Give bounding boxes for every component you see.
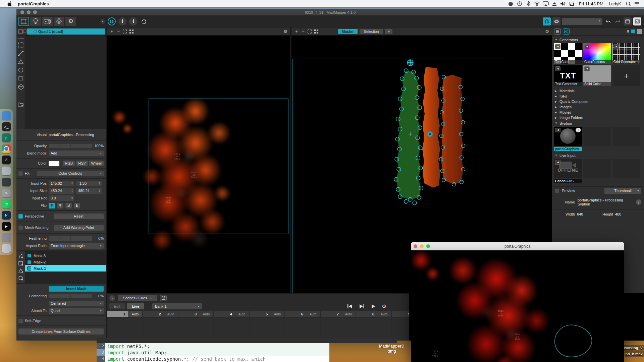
section-materials[interactable]: ▶Materials: [552, 88, 644, 94]
cue-column-6[interactable]: 6Auto: [285, 311, 320, 340]
surface-list-empty[interactable]: [25, 36, 106, 129]
add-folder-icon[interactable]: [18, 102, 24, 107]
dock-icon-trash[interactable]: [2, 244, 11, 253]
cue-header[interactable]: 9Auto: [392, 311, 409, 317]
volume-icon[interactable]: [559, 0, 568, 7]
flip-horizontal-button[interactable]: F: [57, 203, 63, 208]
add-circle-surface-icon[interactable]: [18, 67, 23, 73]
input-pane-settings-icon[interactable]: ⚙: [283, 29, 287, 34]
pane-divider[interactable]: [290, 27, 291, 293]
add-circle-mask-icon[interactable]: [18, 276, 23, 281]
cue-header[interactable]: 3Auto: [178, 311, 213, 317]
zoom-out-icon[interactable]: −: [301, 29, 306, 34]
back-icon[interactable]: ◀: [613, 44, 619, 49]
projector-tool-button[interactable]: [42, 17, 53, 26]
live-input-tile[interactable]: OFFLINE ◀: [554, 159, 582, 178]
code-editor-window[interactable]: 2import netP5.*;3import java.util.Map;4i…: [97, 343, 329, 362]
menubar-clock[interactable]: Fri 11:43 PM: [576, 1, 606, 6]
edit-mode-button[interactable]: Edit: [109, 303, 125, 309]
replay-button[interactable]: [140, 17, 148, 25]
flip-both-button[interactable]: F: [65, 203, 72, 208]
cue-auto-mode[interactable]: Auto: [128, 311, 142, 317]
back-icon[interactable]: ◀: [555, 160, 560, 165]
fit-view-icon[interactable]: [308, 29, 312, 34]
cue-auto-mode[interactable]: Auto: [164, 311, 178, 317]
time-machine-icon[interactable]: [515, 0, 524, 7]
tab-add[interactable]: +: [385, 29, 392, 34]
dock-icon-chrome[interactable]: [2, 144, 11, 153]
back-icon[interactable]: ◀: [555, 44, 560, 49]
color-mode-rgb-button[interactable]: RGB: [63, 161, 75, 166]
active-app-menu[interactable]: portalGraphics: [18, 1, 49, 6]
section-movies[interactable]: ▶Movies: [552, 110, 644, 115]
spotlight-search-icon[interactable]: [624, 0, 633, 7]
panel-resize-handle[interactable]: [18, 37, 24, 39]
media-thumb-view-icon[interactable]: [563, 28, 570, 35]
live-input-label[interactable]: Canon EOS: [554, 179, 582, 183]
app-status-icon[interactable]: [506, 0, 515, 7]
back-icon[interactable]: ◀: [555, 66, 560, 71]
dock-icon-player[interactable]: ▶: [2, 222, 11, 231]
zoom-in-icon[interactable]: +: [109, 29, 114, 34]
wifi-icon[interactable]: [533, 0, 541, 7]
add-triangle-surface-icon[interactable]: [18, 59, 23, 64]
thumb-size-large[interactable]: [637, 29, 642, 34]
input-size-w-field[interactable]: 480.24▲▼: [49, 188, 74, 194]
generators-section-header[interactable]: ▼ Generators: [552, 37, 644, 43]
bank-dropdown[interactable]: Bank-1: [152, 303, 202, 309]
thumb-size-medium[interactable]: [631, 29, 635, 33]
cue-column-7[interactable]: 7Auto: [321, 311, 356, 340]
cue-header[interactable]: 5Auto: [250, 311, 284, 317]
add-3d-surface-icon[interactable]: [18, 84, 24, 90]
soft-edge-checkbox[interactable]: [18, 319, 23, 323]
dock-icon-camera-app[interactable]: [2, 178, 11, 186]
popout-window-icon[interactable]: [160, 295, 167, 301]
cue-header[interactable]: 6Auto: [285, 311, 320, 317]
add-quad-surface-icon[interactable]: [18, 42, 23, 48]
fx-checkbox[interactable]: [18, 171, 23, 176]
cue-cell[interactable]: [321, 318, 356, 340]
back-icon[interactable]: ◀: [555, 128, 560, 132]
cue-cell[interactable]: [250, 318, 284, 340]
syphon-source-label[interactable]: portalGraphics: [554, 147, 582, 151]
cue-column-2[interactable]: 2Auto: [143, 311, 178, 340]
generator-tile-add[interactable]: +: [612, 65, 640, 86]
perspective-checkbox[interactable]: [18, 214, 23, 219]
cue-column-3[interactable]: 3Auto: [178, 311, 213, 340]
back-icon[interactable]: ◀: [584, 44, 590, 49]
section-image-folders[interactable]: ▶Image Folders: [552, 115, 644, 120]
cue-header[interactable]: 8Auto: [356, 311, 391, 317]
dock-icon-p5[interactable]: P: [2, 211, 11, 220]
flip-none-button[interactable]: F: [49, 203, 55, 208]
cue-cell[interactable]: [356, 318, 391, 340]
undo-button[interactable]: [604, 17, 612, 25]
cue-cell[interactable]: [107, 318, 142, 340]
settings-tool-button[interactable]: ⚙: [65, 17, 76, 26]
invert-mask-button[interactable]: Invert Mask: [49, 286, 104, 292]
portalgraphics-window[interactable]: portalGraphics this is this this is this…: [411, 242, 624, 362]
skip-end-icon[interactable]: [359, 304, 365, 308]
generator-tile-testcard[interactable]: ◀TestCard: [554, 43, 582, 64]
cue-cell[interactable]: [143, 318, 178, 340]
dock-icon-eight-ball[interactable]: 8: [2, 156, 11, 164]
surface-visibility-icon[interactable]: [23, 29, 26, 33]
syphon-section-header[interactable]: ▼Syphon: [552, 120, 644, 126]
add-curve-mask-icon[interactable]: [18, 254, 23, 259]
opacity-slider[interactable]: [49, 144, 92, 148]
cue-auto-mode[interactable]: Auto: [199, 311, 213, 317]
search-dropdown[interactable]: [562, 18, 602, 25]
input-source-icon[interactable]: [568, 0, 576, 7]
attach-to-dropdown[interactable]: Quad: [49, 308, 104, 314]
fixture-tool-button[interactable]: [30, 17, 41, 26]
redo-button[interactable]: [614, 17, 622, 25]
selected-surface-row[interactable]: Quad-1 (quad): [27, 28, 105, 35]
mask-row[interactable]: Mask-1: [25, 265, 106, 272]
cue-column-9[interactable]: 9Auto: [392, 311, 409, 340]
cue-cell[interactable]: [392, 318, 409, 340]
airplay-display-icon[interactable]: [541, 0, 550, 7]
output-windows-button[interactable]: [624, 17, 632, 25]
desktop-dmg-icon-label[interactable]: MadMapperDdmg: [372, 344, 412, 354]
aspect-ratio-dropdown[interactable]: From Input rectangle: [49, 243, 104, 249]
dock-icon-whatsapp[interactable]: ✆: [2, 200, 11, 208]
generator-tile-colorwheel[interactable]: ◀ColorPatterns: [583, 43, 611, 64]
